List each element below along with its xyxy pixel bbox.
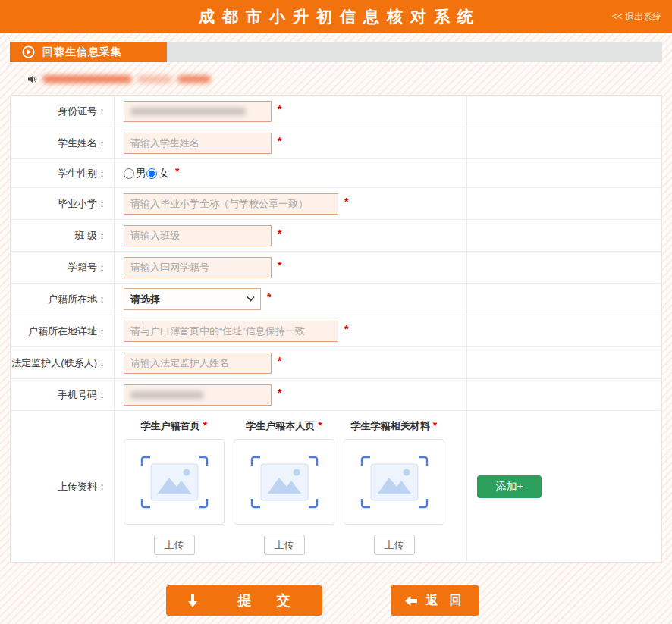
field-label: 上传资料： <box>11 411 115 562</box>
required-mark: * <box>344 323 348 335</box>
field-label: 户籍所在地详址： <box>11 315 115 346</box>
required-mark: * <box>278 355 281 367</box>
field-label: 手机号码： <box>11 379 115 410</box>
upload-slot-title: 学生学籍相关材料 <box>351 420 430 431</box>
student-id-input[interactable] <box>124 257 272 278</box>
empty-cell <box>467 347 661 378</box>
add-upload-button[interactable]: 添加+ <box>477 475 542 498</box>
required-mark: * <box>278 227 281 240</box>
required-mark: * <box>433 419 437 431</box>
field-label: 身份证号： <box>11 96 115 127</box>
gender-female-radio[interactable] <box>146 168 157 179</box>
required-mark: * <box>278 259 281 271</box>
page-title: 成都市小升初信息核对系统 <box>191 6 481 27</box>
gender-female-label: 女 <box>159 167 169 180</box>
empty-cell <box>467 220 661 251</box>
upload-slot-hukou-front: 学生户籍首页* 上传 <box>124 419 225 555</box>
student-name-input[interactable] <box>124 133 272 154</box>
primary-school-input[interactable] <box>124 193 338 215</box>
notice-bar <box>27 73 211 85</box>
row-student-id: 学籍号： * <box>11 252 661 284</box>
row-student-name: 学生姓名： * <box>11 127 661 159</box>
row-upload: 上传资料： 学生户籍首页* <box>11 411 661 562</box>
redacted-value <box>130 108 246 115</box>
empty-cell <box>467 127 661 158</box>
upload-button[interactable]: 上传 <box>374 535 415 555</box>
upload-button[interactable]: 上传 <box>154 535 195 555</box>
gender-male-radio[interactable] <box>124 168 134 179</box>
empty-cell <box>467 159 661 187</box>
image-placeholder-icon <box>250 455 319 510</box>
required-mark: * <box>278 135 281 147</box>
notice-redacted-text <box>177 75 211 83</box>
upload-dropzone[interactable] <box>344 439 444 525</box>
id-number-input[interactable] <box>124 101 272 122</box>
upload-slot-hukou-person: 学生户籍本人页* 上传 <box>234 419 334 555</box>
required-mark: * <box>203 419 207 431</box>
left-arrow-icon <box>405 596 417 606</box>
field-label: 学生性别： <box>11 159 115 187</box>
tab-student-info-collection[interactable]: 回蓉生信息采集 <box>10 42 167 62</box>
app-header: 成都市小升初信息核对系统 << 退出系统 <box>0 0 672 33</box>
field-label: 学籍号： <box>11 252 115 283</box>
down-arrow-icon <box>187 594 198 607</box>
upload-button[interactable]: 上传 <box>264 535 305 555</box>
address-input[interactable] <box>124 321 338 342</box>
row-guardian: 法定监护人(联系人)： * <box>11 347 661 379</box>
field-label: 毕业小学： <box>11 188 115 219</box>
image-placeholder-icon <box>140 455 209 510</box>
back-button[interactable]: 返 回 <box>391 585 479 616</box>
section-tab-row: 回蓉生信息采集 <box>10 42 662 62</box>
submit-label: 提 交 <box>227 591 300 610</box>
notice-redacted-text <box>137 75 172 83</box>
row-phone: 手机号码： * <box>11 379 661 411</box>
empty-cell <box>467 284 661 315</box>
field-label: 法定监护人(联系人)： <box>11 347 115 378</box>
footer-actions: 提 交 返 回 <box>0 585 672 616</box>
phone-input[interactable] <box>124 384 272 406</box>
upload-slot-school-roll: 学生学籍相关材料* 上传 <box>344 419 444 555</box>
empty-cell <box>467 188 661 219</box>
play-icon <box>22 45 35 58</box>
required-mark: * <box>318 419 322 431</box>
empty-cell <box>467 96 661 127</box>
tab-label: 回蓉生信息采集 <box>42 45 122 59</box>
upload-dropzone[interactable] <box>234 439 334 525</box>
field-label: 班 级： <box>11 220 115 251</box>
gender-male-label: 男 <box>136 167 146 180</box>
row-gender: 学生性别： 男 女 * <box>11 159 661 188</box>
empty-cell <box>467 379 661 410</box>
redacted-value <box>130 391 203 399</box>
form-table: 身份证号： * 学生姓名： * 学生性别： 男 女 <box>10 95 662 563</box>
required-mark: * <box>278 387 281 399</box>
row-address: 户籍所在地详址： * <box>11 315 661 347</box>
submit-button[interactable]: 提 交 <box>166 585 322 616</box>
residence-select[interactable]: 请选择 <box>124 288 261 310</box>
row-id-number: 身份证号： * <box>11 96 661 127</box>
exit-system-link[interactable]: << 退出系统 <box>612 11 661 24</box>
tab-bar-extension <box>167 42 662 62</box>
upload-slot-title: 学生户籍首页 <box>141 420 200 431</box>
notice-redacted-text <box>42 75 132 83</box>
required-mark: * <box>344 196 348 208</box>
class-input[interactable] <box>124 225 272 246</box>
back-label: 返 回 <box>422 593 465 609</box>
speaker-icon <box>27 74 37 84</box>
row-class: 班 级： * <box>11 220 661 252</box>
field-label: 户籍所在地： <box>11 284 115 315</box>
upload-slot-title: 学生户籍本人页 <box>246 420 315 431</box>
field-label: 学生姓名： <box>11 127 115 158</box>
required-mark: * <box>267 291 271 303</box>
row-primary-school: 毕业小学： * <box>11 188 661 220</box>
upload-dropzone[interactable] <box>124 439 225 525</box>
empty-cell <box>467 252 661 283</box>
required-mark: * <box>175 165 179 177</box>
row-residence: 户籍所在地： 请选择 * <box>11 284 661 315</box>
empty-cell <box>467 315 661 346</box>
guardian-input[interactable] <box>124 353 272 374</box>
required-mark: * <box>278 103 281 115</box>
image-placeholder-icon <box>360 455 429 510</box>
